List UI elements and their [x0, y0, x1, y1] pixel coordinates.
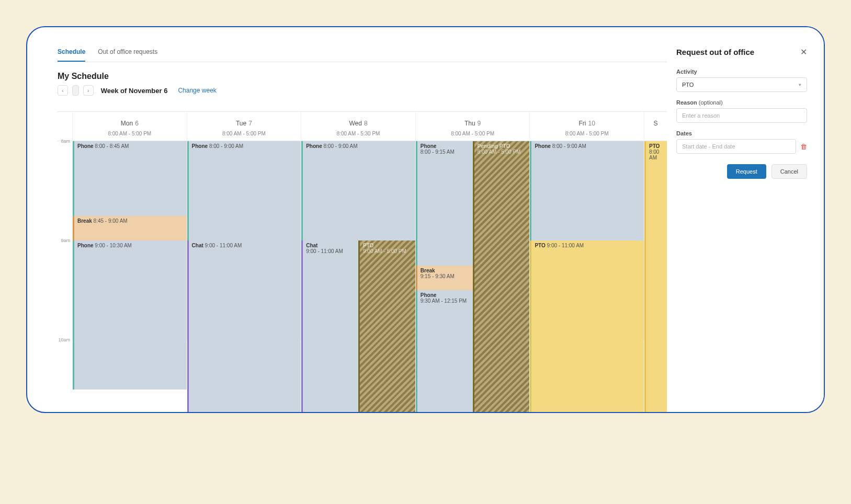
event-pto[interactable]: PTO 9:00 - 11:00 AM	[530, 240, 644, 412]
request-panel: Request out of office ✕ Activity PTO ▾ R…	[667, 27, 824, 412]
event-label: Phone	[421, 143, 437, 149]
request-button[interactable]: Request	[727, 164, 766, 179]
event-time: 8:00 - 9:15 AM	[421, 149, 455, 155]
day-range: 8:00 AM - 5:00 PM	[530, 131, 644, 136]
day-head-tue: Tue7 8:00 AM - 5:00 PM	[187, 112, 301, 141]
day-col-sat: PTO 8:00 AM	[644, 141, 667, 340]
dates-input[interactable]	[676, 139, 796, 154]
event-time: 8:00 - 8:45 AM	[95, 143, 129, 149]
activity-label: Activity	[676, 68, 807, 75]
event-phone[interactable]: Phone 8:00 - 8:45 AM	[73, 141, 187, 216]
day-head-fri: Fri10 8:00 AM - 5:00 PM	[529, 112, 644, 141]
event-phone[interactable]: Phone 8:00 - 9:00 AM	[530, 141, 644, 240]
reason-text: Reason	[676, 99, 697, 106]
event-pending-pto[interactable]: Pending PTO 8:00 AM - 5:00 PM	[473, 141, 530, 412]
day-col-tue: Phone 8:00 - 9:00 AM Chat 9:00 - 11:00 A…	[187, 141, 301, 340]
day-range: 8:00 AM - 5:30 PM	[301, 131, 415, 136]
day-name: Wed	[349, 120, 361, 127]
event-time: 8:00 AM - 5:00 PM	[478, 149, 521, 155]
event-time: 8:00 - 9:00 AM	[552, 143, 586, 149]
event-label: Chat	[306, 243, 317, 248]
main-area: Schedule Out of office requests My Sched…	[27, 27, 667, 412]
event-pending-pto[interactable]: PTO 9:00 AM - 5:00 PM	[358, 240, 415, 412]
tab-bar: Schedule Out of office requests	[58, 48, 667, 62]
activity-value: PTO	[682, 82, 694, 88]
event-time: 9:00 - 11:00 AM	[205, 243, 242, 248]
event-label: Pending PTO	[478, 143, 510, 149]
day-col-fri: Phone 8:00 - 9:00 AM PTO 9:00 - 11:00 AM	[529, 141, 644, 340]
event-time: 9:00 - 11:00 AM	[547, 243, 584, 248]
event-phone[interactable]: Phone 8:00 - 9:00 AM	[301, 141, 415, 240]
week-nav: ‹ › Week of November 6 Change week	[58, 85, 667, 96]
time-9am: 9am	[61, 238, 70, 243]
calendar: Mon6 8:00 AM - 5:00 PM Tue7 8:00 AM - 5:…	[58, 111, 667, 340]
event-chat[interactable]: Chat 9:00 - 11:00 AM	[301, 240, 358, 412]
panel-header: Request out of office ✕	[676, 47, 807, 57]
event-phone[interactable]: Phone 9:00 - 10:30 AM	[73, 240, 187, 390]
tab-out-of-office[interactable]: Out of office requests	[98, 48, 157, 62]
day-name: Mon	[121, 120, 133, 127]
day-num: 6	[135, 120, 139, 127]
day-col-mon: Phone 8:00 - 8:45 AM Break 8:45 - 9:00 A…	[72, 141, 187, 340]
day-head-mon: Mon6 8:00 AM - 5:00 PM	[72, 112, 187, 141]
event-label: Break	[421, 268, 435, 273]
event-phone[interactable]: Phone 8:00 - 9:00 AM	[187, 141, 301, 240]
event-label: PTO	[535, 243, 545, 248]
event-label: Phone	[535, 143, 551, 149]
day-head-wed: Wed8 8:00 AM - 5:30 PM	[301, 112, 415, 141]
event-label: Phone	[306, 143, 322, 149]
content: Schedule Out of office requests My Sched…	[27, 27, 824, 412]
chevron-down-icon: ▾	[799, 82, 801, 87]
time-gutter: 8am 9am 10am	[58, 141, 72, 340]
event-pto[interactable]: PTO 8:00 AM	[644, 141, 667, 412]
day-num: 7	[248, 120, 252, 127]
reason-input[interactable]	[676, 108, 807, 123]
event-time: 8:00 - 9:00 AM	[324, 143, 358, 149]
event-time: 9:30 AM - 12:15 PM	[421, 298, 467, 304]
day-name: Fri	[578, 120, 586, 127]
calendar-header: Mon6 8:00 AM - 5:00 PM Tue7 8:00 AM - 5:…	[58, 111, 667, 141]
prev-week-button[interactable]: ‹	[58, 85, 68, 96]
time-8am: 8am	[61, 139, 70, 144]
today-button[interactable]	[72, 85, 79, 96]
event-chat[interactable]: Chat 9:00 - 11:00 AM	[187, 240, 301, 412]
next-week-button[interactable]: ›	[83, 85, 94, 96]
day-range: 8:00 AM - 5:00 PM	[187, 131, 301, 136]
event-time: 9:00 - 10:30 AM	[95, 243, 132, 248]
day-range: 8:00 AM - 5:00 PM	[416, 131, 530, 136]
event-time: 9:00 - 11:00 AM	[306, 248, 343, 254]
trash-icon[interactable]: 🗑	[800, 143, 807, 151]
event-label: Phone	[192, 143, 208, 149]
cancel-button[interactable]: Cancel	[771, 164, 807, 179]
activity-select[interactable]: PTO ▾	[676, 77, 807, 92]
day-num: 10	[588, 120, 595, 127]
event-time: 8:00 AM	[649, 149, 659, 161]
close-button[interactable]: ✕	[800, 47, 807, 57]
event-phone[interactable]: Phone 9:30 AM - 12:15 PM	[416, 290, 473, 412]
gutter	[58, 112, 72, 141]
event-label: Break	[77, 218, 92, 224]
event-time: 8:00 - 9:00 AM	[209, 143, 243, 149]
time-10am: 10am	[58, 337, 70, 342]
day-col-thu: Phone 8:00 - 9:15 AM Pending PTO 8:00 AM…	[415, 141, 530, 340]
dates-row: 🗑	[676, 139, 807, 154]
event-break[interactable]: Break 9:15 - 9:30 AM	[416, 266, 473, 291]
week-label: Week of November 6	[101, 87, 168, 95]
calendar-grid: 8am 9am 10am Phone 8:00 - 8:45 AM Break …	[58, 141, 667, 340]
button-row: Request Cancel	[676, 164, 807, 179]
page-title: My Schedule	[58, 72, 667, 81]
day-head-sat: S	[644, 112, 667, 141]
event-label: Phone	[77, 243, 94, 248]
event-label: Phone	[421, 292, 437, 298]
tab-schedule[interactable]: Schedule	[58, 48, 85, 62]
reason-optional: (optional)	[697, 99, 723, 106]
change-week-link[interactable]: Change week	[178, 87, 216, 94]
dates-label: Dates	[676, 130, 807, 136]
day-num: 8	[364, 120, 368, 127]
event-phone[interactable]: Phone 8:00 - 9:15 AM	[416, 141, 473, 266]
event-label: Phone	[77, 143, 94, 149]
event-time: 9:00 AM - 5:00 PM	[363, 248, 406, 254]
event-break[interactable]: Break 8:45 - 9:00 AM	[73, 216, 187, 241]
event-label: Chat	[192, 243, 203, 248]
event-label: PTO	[363, 243, 373, 248]
